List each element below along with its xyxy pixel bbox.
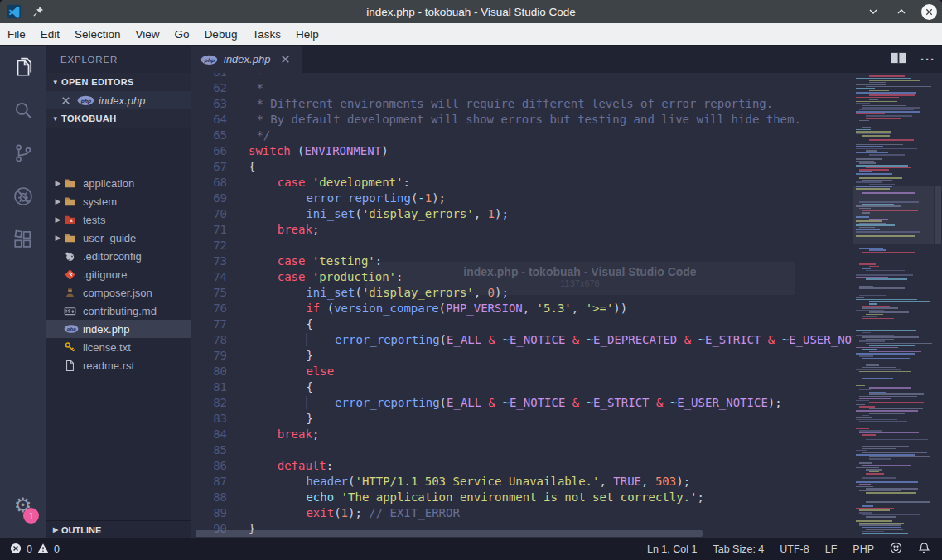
title-bar[interactable]: index.php - tokobuah - Visual Studio Cod… (0, 0, 942, 23)
tab-index-php[interactable]: php index.php (191, 46, 302, 73)
code-line-61[interactable]: 61 * (191, 73, 853, 80)
chevron-right-icon[interactable]: ▶ (52, 179, 64, 187)
activity-debug-icon[interactable] (0, 175, 46, 218)
code-line-65[interactable]: 65 */ (191, 128, 853, 143)
menu-selection[interactable]: Selection (67, 23, 128, 45)
folder-section-header[interactable]: ▼ TOKOBUAH (46, 109, 191, 128)
outline-section-header[interactable]: ▶ OUTLINE (46, 520, 191, 538)
code-line-82[interactable]: 82 error_reporting(E_ALL & ~E_NOTICE & ~… (191, 395, 853, 411)
status-ln[interactable]: Ln 1, Col 1 (647, 543, 697, 555)
code-line-66[interactable]: 66switch (ENVIRONMENT) (191, 143, 853, 159)
line-number[interactable]: 75 (191, 285, 227, 301)
maximize-button[interactable] (893, 3, 910, 20)
code-line-85[interactable]: 85 (191, 442, 853, 458)
problems-status[interactable]: 0 0 (10, 543, 60, 557)
status-utf-8[interactable]: UTF-8 (780, 543, 809, 555)
code-line-80[interactable]: 80 else (191, 364, 853, 379)
minimize-button[interactable] (865, 3, 882, 20)
tree-item-contributing-md[interactable]: contributing.md (46, 302, 191, 320)
tree-item-user-guide[interactable]: ▶user_guide (46, 229, 191, 247)
menu-edit[interactable]: Edit (33, 23, 67, 45)
line-number[interactable]: 82 (191, 395, 227, 411)
menu-tasks[interactable]: Tasks (244, 23, 288, 45)
code-line-73[interactable]: 73 case 'testing': (191, 253, 853, 269)
tab-close-icon[interactable] (279, 53, 292, 65)
line-number[interactable]: 83 (191, 411, 227, 427)
line-number[interactable]: 69 (191, 191, 227, 206)
line-number[interactable]: 76 (191, 301, 227, 316)
code-line-81[interactable]: 81 { (191, 379, 853, 395)
line-number[interactable]: 65 (191, 128, 227, 143)
line-number[interactable]: 68 (191, 175, 227, 191)
close-button[interactable] (921, 4, 937, 20)
line-number[interactable]: 79 (191, 348, 227, 364)
tree-item-gitignore[interactable]: .gitignore (46, 265, 191, 283)
code-line-67[interactable]: 67{ (191, 159, 853, 175)
line-number[interactable]: 87 (191, 474, 227, 490)
tree-item-tests[interactable]: ▶tests (46, 210, 191, 229)
horizontal-scrollbar[interactable] (196, 530, 842, 537)
code-line-63[interactable]: 63 * Different environments will require… (191, 96, 853, 112)
line-number[interactable]: 89 (191, 505, 227, 521)
code-line-84[interactable]: 84 break; (191, 427, 853, 442)
activity-search-icon[interactable] (0, 89, 46, 132)
notifications-bell-icon[interactable] (918, 542, 930, 557)
status-php[interactable]: PHP (853, 543, 874, 555)
menu-go[interactable]: Go (167, 23, 197, 45)
line-number[interactable]: 77 (191, 316, 227, 332)
line-number[interactable]: 63 (191, 96, 227, 112)
line-number[interactable]: 64 (191, 112, 227, 128)
code-line-88[interactable]: 88 echo 'The application environment is … (191, 490, 853, 505)
line-number[interactable]: 62 (191, 80, 227, 96)
feedback-smiley-icon[interactable] (890, 542, 902, 557)
tree-item-editorconfig[interactable]: .editorconfig (46, 247, 191, 265)
line-number[interactable]: 67 (191, 159, 227, 175)
line-number[interactable]: 78 (191, 332, 227, 348)
chevron-right-icon[interactable]: ▶ (52, 234, 64, 242)
code-line-69[interactable]: 69 error_reporting(-1); (191, 191, 853, 206)
open-editors-header[interactable]: ▼ OPEN EDITORS (46, 73, 191, 91)
more-actions-icon[interactable]: ··· (920, 52, 935, 66)
chevron-right-icon[interactable]: ▶ (52, 197, 64, 205)
tree-item-readme-rst[interactable]: readme.rst (46, 356, 191, 374)
code-line-86[interactable]: 86 default: (191, 458, 853, 474)
code-line-74[interactable]: 74 case 'production': (191, 269, 853, 285)
line-number[interactable]: 84 (191, 427, 227, 442)
line-number[interactable]: 70 (191, 206, 227, 222)
minimap[interactable] (853, 73, 934, 538)
code-line-78[interactable]: 78 error_reporting(E_ALL & ~E_NOTICE & ~… (191, 332, 853, 348)
tree-item-application[interactable]: ▶application (46, 174, 191, 192)
line-number[interactable]: 61 (191, 73, 227, 80)
tree-item-license-txt[interactable]: license.txt (46, 338, 191, 356)
open-editor-item-index-php[interactable]: php index.php (46, 91, 191, 109)
code-line-87[interactable]: 87 header('HTTP/1.1 503 Service Unavaila… (191, 474, 853, 490)
code-line-72[interactable]: 72 (191, 238, 853, 253)
line-number[interactable]: 86 (191, 458, 227, 474)
tree-item-system[interactable]: ▶system (46, 192, 191, 210)
split-editor-icon[interactable] (890, 51, 907, 68)
close-icon[interactable] (60, 94, 72, 107)
tree-item-composer-json[interactable]: composer.json (46, 283, 191, 302)
code-line-77[interactable]: 77 { (191, 316, 853, 332)
line-number[interactable]: 85 (191, 442, 227, 458)
code-line-62[interactable]: 62 * (191, 80, 853, 96)
line-number[interactable]: 66 (191, 143, 227, 159)
code-line-68[interactable]: 68 case 'development': (191, 175, 853, 191)
line-number[interactable]: 80 (191, 364, 227, 379)
tree-item-index-php[interactable]: phpindex.php (46, 320, 191, 338)
code-line-71[interactable]: 71 break; (191, 222, 853, 238)
activity-source-control-icon[interactable] (0, 132, 46, 175)
menu-help[interactable]: Help (288, 23, 326, 45)
line-number[interactable]: 72 (191, 238, 227, 253)
code-line-64[interactable]: 64 * By default development will show er… (191, 112, 853, 128)
activity-extensions-icon[interactable] (0, 218, 46, 261)
line-number[interactable]: 73 (191, 253, 227, 269)
code-line-83[interactable]: 83 } (191, 411, 853, 427)
status-lf[interactable]: LF (825, 543, 838, 555)
code-editor[interactable]: 61 *62 *63 * Different environments will… (191, 73, 853, 538)
vertical-scrollbar[interactable] (934, 73, 942, 538)
chevron-right-icon[interactable]: ▶ (52, 215, 64, 224)
code-line-76[interactable]: 76 if (version_compare(PHP_VERSION, '5.3… (191, 301, 853, 316)
code-line-89[interactable]: 89 exit(1); // EXIT_ERROR (191, 505, 853, 521)
menu-file[interactable]: File (0, 23, 33, 45)
